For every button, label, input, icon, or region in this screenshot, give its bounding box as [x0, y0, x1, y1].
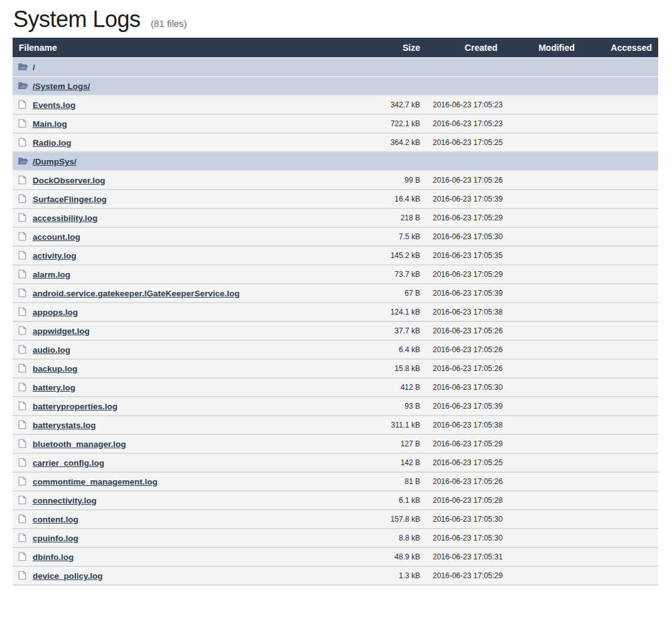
modified-cell: [504, 491, 581, 510]
file-link[interactable]: account.log: [33, 232, 80, 242]
modified-cell: [504, 152, 581, 171]
file-table: Filename Size Created Modified Accessed …: [13, 38, 658, 586]
file-link[interactable]: dbinfo.log: [33, 552, 73, 562]
file-link[interactable]: Radio.log: [33, 138, 72, 148]
file-link[interactable]: alarm.log: [33, 270, 70, 279]
column-header-modified[interactable]: Modified: [504, 38, 581, 58]
file-link[interactable]: backup.log: [33, 364, 77, 374]
modified-cell: [504, 114, 581, 133]
table-row: connectivity.log 6.1 kB 2016-06-23 17:05…: [13, 491, 658, 510]
size-cell: 93 B: [349, 397, 426, 416]
created-cell: 2016-06-23 17:05:29: [426, 265, 504, 284]
table-row: /System Logs/: [13, 77, 658, 95]
created-cell: 2016-06-23 17:05:30: [426, 529, 504, 547]
file-link[interactable]: DockObserver.log: [33, 176, 106, 185]
accessed-cell: [581, 340, 658, 359]
created-cell: 2016-06-23 17:05:31: [426, 547, 504, 566]
created-cell: 2016-06-23 17:05:25: [426, 133, 504, 152]
file-link[interactable]: bluetooth_manager.log: [33, 439, 126, 449]
size-cell: 8.8 kB: [349, 529, 426, 547]
file-link[interactable]: Main.log: [33, 119, 67, 129]
size-cell: 37.7 kB: [349, 321, 426, 340]
size-cell: [349, 152, 426, 171]
table-row: alarm.log 73.7 kB 2016-06-23 17:05:29: [13, 265, 658, 284]
file-link[interactable]: content.log: [33, 515, 79, 524]
table-row: appops.log 124.1 kB 2016-06-23 17:05:38: [13, 303, 658, 321]
table-row: Radio.log 364.2 kB 2016-06-23 17:05:25: [13, 133, 658, 152]
file-icon: [18, 119, 28, 128]
file-icon: [18, 194, 28, 203]
file-link[interactable]: connectivity.log: [33, 496, 97, 505]
size-cell: 722.1 kB: [349, 114, 426, 133]
created-cell: 2016-06-23 17:05:38: [426, 303, 504, 321]
file-icon: [18, 514, 28, 524]
accessed-cell: [581, 303, 658, 321]
file-link[interactable]: cpuinfo.log: [33, 534, 79, 543]
file-link[interactable]: device_policy.log: [33, 571, 103, 581]
accessed-cell: [581, 114, 658, 133]
accessed-cell: [581, 321, 658, 340]
file-link[interactable]: android.service.gatekeeper.IGateKeeperSe…: [33, 289, 239, 298]
modified-cell: [504, 171, 581, 190]
accessed-cell: [581, 152, 658, 171]
created-cell: 2016-06-23 17:05:39: [426, 284, 504, 303]
folder-link[interactable]: /DumpSys/: [33, 157, 77, 166]
modified-cell: [504, 510, 581, 529]
file-link[interactable]: accessibility.log: [33, 213, 97, 223]
accessed-cell: [581, 58, 658, 77]
file-icon: [18, 307, 28, 316]
accessed-cell: [581, 434, 658, 453]
file-link[interactable]: battery.log: [33, 383, 75, 392]
table-row: battery.log 412 B 2016-06-23 17:05:30: [13, 378, 658, 397]
column-header-accessed[interactable]: Accessed: [581, 38, 658, 58]
file-link[interactable]: appwidget.log: [33, 326, 90, 336]
table-row: SurfaceFlinger.log 16.4 kB 2016-06-23 17…: [13, 190, 658, 208]
modified-cell: [504, 547, 581, 566]
size-cell: 99 B: [349, 171, 426, 190]
file-icon: [18, 213, 28, 222]
file-link[interactable]: activity.log: [33, 251, 77, 261]
created-cell: 2016-06-23 17:05:38: [426, 416, 504, 434]
accessed-cell: [581, 359, 658, 378]
accessed-cell: [581, 566, 658, 585]
table-row: device_policy.log 1.3 kB 2016-06-23 17:0…: [13, 566, 658, 585]
accessed-cell: [581, 133, 658, 152]
size-cell: 73.7 kB: [349, 265, 426, 284]
table-row: batteryproperties.log 93 B 2016-06-23 17…: [13, 397, 658, 416]
file-icon: [18, 345, 28, 354]
file-link[interactable]: Events.log: [33, 100, 75, 110]
file-table-header: Filename Size Created Modified Accessed: [13, 38, 658, 58]
size-cell: 1.3 kB: [349, 566, 426, 585]
file-icon: [18, 476, 28, 486]
file-icon: [18, 571, 28, 580]
column-header-filename[interactable]: Filename: [13, 38, 349, 58]
size-cell: 67 B: [349, 284, 426, 303]
file-link[interactable]: batteryproperties.log: [33, 402, 117, 411]
modified-cell: [504, 566, 581, 585]
file-link[interactable]: audio.log: [33, 345, 70, 355]
file-link[interactable]: carrier_config.log: [33, 458, 104, 468]
file-icon: [18, 100, 28, 109]
created-cell: 2016-06-23 17:05:26: [426, 321, 504, 340]
modified-cell: [504, 58, 581, 77]
created-cell: 2016-06-23 17:05:23: [426, 114, 504, 133]
file-link[interactable]: appops.log: [33, 308, 78, 317]
table-row: android.service.gatekeeper.IGateKeeperSe…: [13, 284, 658, 303]
folder-link[interactable]: /System Logs/: [33, 82, 90, 91]
file-link[interactable]: commontime_management.log: [33, 477, 158, 487]
modified-cell: [504, 416, 581, 434]
table-row: /DumpSys/: [13, 152, 658, 171]
accessed-cell: [581, 77, 658, 95]
accessed-cell: [581, 190, 658, 208]
file-link[interactable]: batterystats.log: [33, 421, 96, 430]
created-cell: [426, 58, 504, 77]
column-header-size[interactable]: Size: [349, 38, 426, 58]
modified-cell: [504, 472, 581, 491]
accessed-cell: [581, 208, 658, 227]
file-link[interactable]: SurfaceFlinger.log: [33, 195, 107, 204]
folder-label: /: [33, 63, 35, 72]
size-cell: 124.1 kB: [349, 303, 426, 321]
modified-cell: [504, 378, 581, 397]
file-icon: [18, 552, 28, 561]
column-header-created[interactable]: Created: [426, 38, 504, 58]
